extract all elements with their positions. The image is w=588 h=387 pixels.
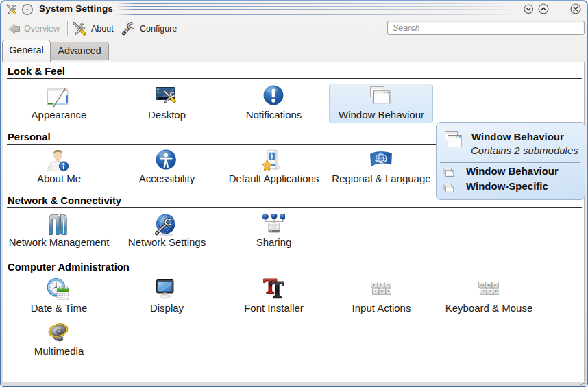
svg-text:O: O <box>387 283 391 286</box>
svg-text:A: A <box>481 290 485 293</box>
svg-text:Q: Q <box>480 283 485 286</box>
svg-text:E: E <box>493 283 497 286</box>
svg-text:D: D <box>494 290 499 293</box>
svg-text:L: L <box>387 290 390 293</box>
svg-text:J: J <box>374 290 377 293</box>
svg-text:S: S <box>489 290 491 293</box>
svg-text:U: U <box>373 283 377 286</box>
